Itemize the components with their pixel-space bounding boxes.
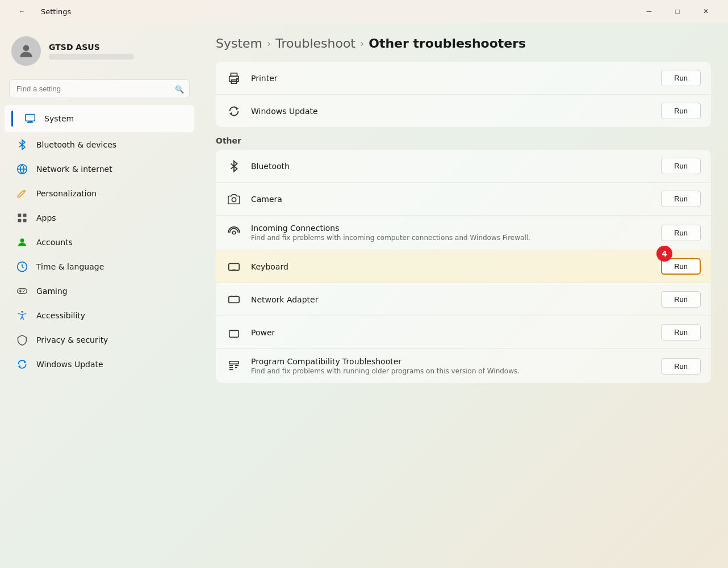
close-button[interactable]: ✕ xyxy=(693,2,719,20)
nav-label-accounts: Accounts xyxy=(36,238,73,247)
svg-point-9 xyxy=(20,238,24,242)
ts-icon-incoming_connections xyxy=(226,225,242,241)
breadcrumb-troubleshoot: Troubleshoot xyxy=(275,36,355,51)
ts-title-power: Power xyxy=(251,328,652,337)
nav-label-accessibility: Accessibility xyxy=(36,311,85,320)
nav-icon-network xyxy=(16,163,28,175)
search-icon: 🔍 xyxy=(175,85,184,93)
titlebar-left: ← Settings xyxy=(9,2,71,20)
window-controls: ─ □ ✕ xyxy=(636,2,719,20)
ts-icon-keyboard xyxy=(226,259,242,275)
ts-desc-incoming_connections: Find and fix problems with incoming comp… xyxy=(251,234,652,242)
ts-title-incoming_connections: Incoming Connections xyxy=(251,224,652,233)
ts-item-program_compatibility: Program Compatibility Troubleshooter Fin… xyxy=(216,349,711,383)
maximize-button[interactable]: □ xyxy=(664,2,691,20)
ts-item-bluetooth: Bluetooth Run xyxy=(216,150,711,183)
ts-item-printer: Printer Run xyxy=(216,62,711,95)
user-name: GTSD ASUS xyxy=(49,43,134,52)
ts-item-keyboard: Keyboard 4 Run xyxy=(216,250,711,283)
ts-text-power: Power xyxy=(251,328,652,337)
sidebar-item-accessibility[interactable]: Accessibility xyxy=(5,304,194,327)
ts-text-network_adapter: Network Adapter xyxy=(251,295,652,304)
ts-text-keyboard: Keyboard xyxy=(251,262,652,271)
ts-desc-program_compatibility: Find and fix problems with running older… xyxy=(251,367,652,375)
svg-rect-8 xyxy=(23,219,27,222)
sidebar-item-time[interactable]: Time & language xyxy=(5,255,194,279)
search-box[interactable]: 🔍 xyxy=(9,79,190,98)
svg-point-12 xyxy=(21,311,23,313)
svg-point-17 xyxy=(232,197,236,201)
nav-label-time: Time & language xyxy=(36,262,104,271)
app-title: Settings xyxy=(41,7,71,16)
nav-label-update: Windows Update xyxy=(36,360,103,369)
breadcrumb-current: Other troubleshooters xyxy=(369,36,526,51)
search-input[interactable] xyxy=(9,79,190,98)
run-btn-bluetooth[interactable]: Run xyxy=(661,158,701,174)
nav-label-network: Network & internet xyxy=(36,165,112,174)
ts-text-program_compatibility: Program Compatibility Troubleshooter Fin… xyxy=(251,357,652,375)
ts-text-windows_update: Windows Update xyxy=(251,107,652,116)
nav-label-personalization: Personalization xyxy=(36,189,97,198)
ts-item-power: Power Run xyxy=(216,316,711,349)
breadcrumb: System › Troubleshoot › Other troublesho… xyxy=(216,23,711,62)
avatar xyxy=(11,36,41,66)
ts-title-windows_update: Windows Update xyxy=(251,107,652,116)
ts-item-camera: Camera Run xyxy=(216,183,711,216)
run-btn-program_compatibility[interactable]: Run xyxy=(661,358,701,375)
run-btn-camera[interactable]: Run xyxy=(661,191,701,207)
ts-icon-bluetooth xyxy=(226,158,242,174)
svg-rect-3 xyxy=(27,122,33,123)
sidebar-item-privacy[interactable]: Privacy & security xyxy=(5,328,194,352)
sidebar-item-update[interactable]: Windows Update xyxy=(5,352,194,376)
ts-title-bluetooth: Bluetooth xyxy=(251,162,652,171)
app-body: GTSD ASUS 🔍 SystemBluetooth & devicesNet… xyxy=(0,23,728,568)
run-btn-printer[interactable]: Run xyxy=(661,70,701,86)
ts-icon-camera xyxy=(226,191,242,207)
ts-title-printer: Printer xyxy=(251,74,652,83)
ts-title-program_compatibility: Program Compatibility Troubleshooter xyxy=(251,357,652,366)
active-indicator xyxy=(11,111,13,127)
svg-rect-7 xyxy=(18,219,22,222)
run-btn-network_adapter[interactable]: Run xyxy=(661,291,701,308)
breadcrumb-sep-2: › xyxy=(360,37,364,49)
ts-title-keyboard: Keyboard xyxy=(251,262,652,271)
sidebar-item-apps[interactable]: Apps xyxy=(5,206,194,230)
run-btn-power[interactable]: Run xyxy=(661,324,701,340)
nav-icon-privacy xyxy=(16,334,28,346)
sidebar-item-system[interactable]: System xyxy=(5,105,194,132)
ts-title-camera: Camera xyxy=(251,195,652,204)
ts-item-network_adapter: Network Adapter Run xyxy=(216,283,711,316)
back-button[interactable]: ← xyxy=(9,2,35,20)
ts-text-printer: Printer xyxy=(251,74,652,83)
sidebar-item-gaming[interactable]: Gaming xyxy=(5,279,194,303)
sidebar-item-accounts[interactable]: Accounts xyxy=(5,230,194,254)
sidebar-item-bluetooth[interactable]: Bluetooth & devices xyxy=(5,133,194,157)
nav-icon-personalization xyxy=(16,187,28,200)
ts-icon-printer xyxy=(226,70,242,86)
other-troubleshooter-list: Bluetooth Run Camera Run Incoming Connec… xyxy=(216,150,711,383)
nav-icon-update xyxy=(16,358,28,371)
sidebar-item-network[interactable]: Network & internet xyxy=(5,157,194,181)
svg-rect-5 xyxy=(18,214,22,217)
run-btn-windows_update[interactable]: Run xyxy=(661,103,701,119)
svg-rect-13 xyxy=(231,73,237,76)
sidebar-item-personalization[interactable]: Personalization xyxy=(5,182,194,205)
minimize-button[interactable]: ─ xyxy=(636,2,662,20)
nav-icon-system xyxy=(24,112,36,125)
run-btn-incoming_connections[interactable]: Run xyxy=(661,225,701,241)
svg-rect-21 xyxy=(229,330,239,337)
svg-point-16 xyxy=(237,78,238,79)
back-icon: ← xyxy=(19,7,26,15)
svg-rect-1 xyxy=(26,115,35,121)
ts-item-windows_update: Windows Update Run xyxy=(216,95,711,127)
ts-item-incoming_connections: Incoming Connections Find and fix proble… xyxy=(216,216,711,250)
breadcrumb-system: System xyxy=(216,36,262,51)
user-info: GTSD ASUS xyxy=(49,43,134,60)
nav-icon-time xyxy=(16,260,28,273)
nav-label-gaming: Gaming xyxy=(36,287,68,296)
step-badge-keyboard: 4 xyxy=(656,246,672,262)
ts-icon-power xyxy=(226,325,242,340)
breadcrumb-sep-1: › xyxy=(267,37,271,49)
svg-rect-20 xyxy=(229,296,239,302)
ts-text-bluetooth: Bluetooth xyxy=(251,162,652,171)
